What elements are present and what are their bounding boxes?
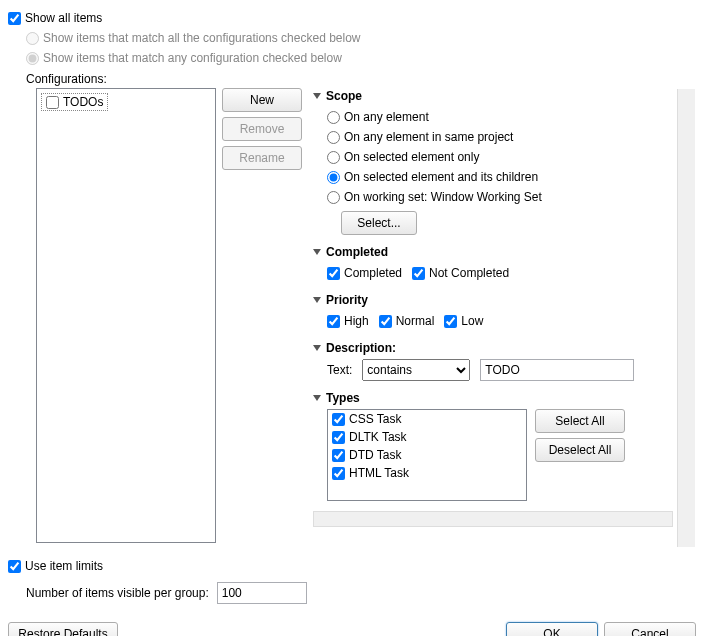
type-checkbox[interactable]: [332, 431, 345, 444]
cancel-button[interactable]: Cancel: [604, 622, 696, 636]
restore-defaults-button[interactable]: Restore Defaults: [8, 622, 118, 636]
description-text-label: Text:: [327, 363, 352, 377]
match-any-label: Show items that match any configuration …: [43, 51, 342, 65]
not-completed-label: Not Completed: [429, 266, 509, 280]
select-working-set-button[interactable]: Select...: [341, 211, 417, 235]
priority-label: High: [344, 314, 369, 328]
description-header[interactable]: Description:: [313, 341, 673, 355]
show-all-items-label: Show all items: [25, 11, 102, 25]
type-label: DLTK Task: [349, 430, 407, 444]
scope-option-label: On selected element only: [344, 150, 479, 164]
items-per-group-input[interactable]: [217, 582, 307, 604]
completed-header[interactable]: Completed: [313, 245, 673, 259]
config-item-todos[interactable]: TODOs: [41, 93, 108, 111]
chevron-down-icon: [313, 395, 321, 401]
types-header[interactable]: Types: [313, 391, 673, 405]
scope-header[interactable]: Scope: [313, 89, 673, 103]
scope-same-project-radio[interactable]: [327, 131, 340, 144]
scope-option-label: On working set: Window Working Set: [344, 190, 542, 204]
scope-option-label: On any element in same project: [344, 130, 513, 144]
description-text-input[interactable]: [480, 359, 634, 381]
type-row: DLTK Task: [328, 428, 526, 446]
type-checkbox[interactable]: [332, 413, 345, 426]
type-row: HTML Task: [328, 464, 526, 482]
config-item-checkbox[interactable]: [46, 96, 59, 109]
priority-label: Normal: [396, 314, 435, 328]
horizontal-scrollbar[interactable]: [313, 511, 673, 527]
items-per-group-label: Number of items visible per group:: [26, 586, 209, 600]
scope-selected-children-radio[interactable]: [327, 171, 340, 184]
not-completed-checkbox[interactable]: [412, 267, 425, 280]
priority-normal-checkbox[interactable]: [379, 315, 392, 328]
scope-selected-only-radio[interactable]: [327, 151, 340, 164]
match-all-radio: [26, 32, 39, 45]
rename-button: Rename: [222, 146, 302, 170]
type-checkbox[interactable]: [332, 467, 345, 480]
scope-option-label: On selected element and its children: [344, 170, 538, 184]
deselect-all-button[interactable]: Deselect All: [535, 438, 625, 462]
type-label: HTML Task: [349, 466, 409, 480]
priority-high-checkbox[interactable]: [327, 315, 340, 328]
show-all-items-checkbox[interactable]: [8, 12, 21, 25]
completed-checkbox[interactable]: [327, 267, 340, 280]
configurations-label: Configurations:: [26, 72, 696, 86]
use-item-limits-checkbox[interactable]: [8, 560, 21, 573]
type-checkbox[interactable]: [332, 449, 345, 462]
type-row: CSS Task: [328, 410, 526, 428]
remove-button: Remove: [222, 117, 302, 141]
priority-header[interactable]: Priority: [313, 293, 673, 307]
type-label: CSS Task: [349, 412, 401, 426]
scope-working-set-radio[interactable]: [327, 191, 340, 204]
vertical-scrollbar[interactable]: [677, 89, 695, 547]
chevron-down-icon: [313, 249, 321, 255]
chevron-down-icon: [313, 297, 321, 303]
chevron-down-icon: [313, 345, 321, 351]
match-all-label: Show items that match all the configurat…: [43, 31, 361, 45]
description-operator-select[interactable]: contains: [362, 359, 470, 381]
chevron-down-icon: [313, 93, 321, 99]
completed-label: Completed: [344, 266, 402, 280]
select-all-button[interactable]: Select All: [535, 409, 625, 433]
match-any-radio: [26, 52, 39, 65]
scope-any-element-radio[interactable]: [327, 111, 340, 124]
configurations-list[interactable]: TODOs: [36, 88, 216, 543]
config-item-label: TODOs: [63, 95, 103, 109]
priority-low-checkbox[interactable]: [444, 315, 457, 328]
new-button[interactable]: New: [222, 88, 302, 112]
ok-button[interactable]: OK: [506, 622, 598, 636]
use-item-limits-label: Use item limits: [25, 559, 103, 573]
type-row: DTD Task: [328, 446, 526, 464]
types-list[interactable]: CSS Task DLTK Task DTD Task HTML Task: [327, 409, 527, 501]
scope-option-label: On any element: [344, 110, 429, 124]
priority-label: Low: [461, 314, 483, 328]
type-label: DTD Task: [349, 448, 401, 462]
